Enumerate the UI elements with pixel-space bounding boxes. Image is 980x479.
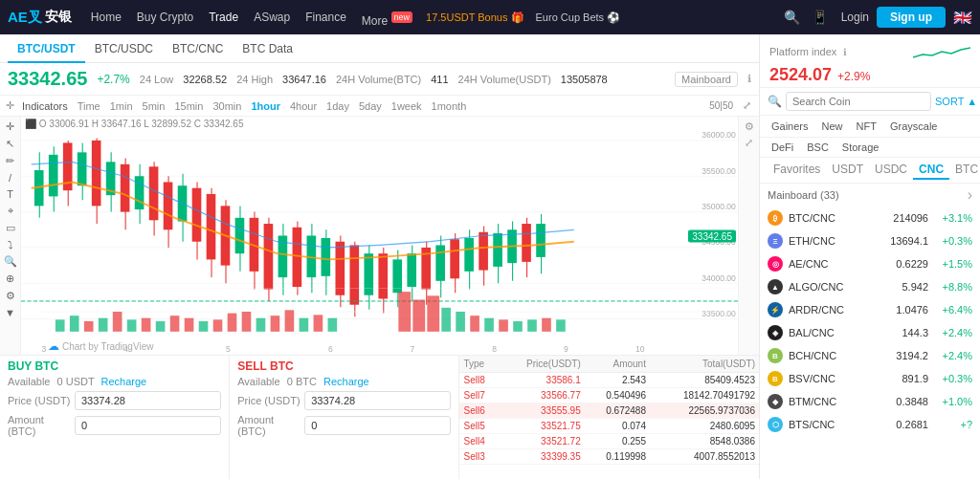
phone-button[interactable]: 📱: [806, 10, 834, 25]
sell-amount-input[interactable]: [304, 416, 451, 435]
nav-buy-crypto[interactable]: Buy Crypto: [129, 0, 201, 34]
nav-finance[interactable]: Finance: [298, 0, 354, 34]
filter-storage[interactable]: Storage: [836, 140, 885, 155]
tab-btc-data[interactable]: BTC Data: [233, 34, 302, 63]
tab-btc-cnc[interactable]: BTC/CNC: [163, 34, 233, 63]
coin-item[interactable]: ◆ BTM/CNC 0.3848 +1.0%: [760, 390, 980, 413]
buy-price-input[interactable]: [75, 391, 221, 410]
platform-info-icon[interactable]: ℹ: [843, 47, 847, 57]
coin-tab-favorites[interactable]: Favorites: [768, 161, 826, 180]
tool-crosshair[interactable]: ✛: [6, 120, 14, 133]
tool-zoom[interactable]: 🔍: [4, 255, 17, 268]
buy-available-value: 0 USDT: [57, 376, 95, 387]
logo[interactable]: AE叉 安银: [8, 9, 72, 27]
nav-more[interactable]: More new: [354, 0, 420, 34]
tool-measure[interactable]: ⌖: [8, 205, 13, 217]
market-header-more[interactable]: ›: [968, 186, 972, 204]
buy-amount-input[interactable]: [75, 416, 221, 435]
toolbar-1hour[interactable]: 1hour: [247, 100, 284, 112]
current-price-label: 33342.65: [688, 229, 736, 242]
svg-rect-105: [170, 316, 180, 332]
buy-amount-label: Amount (BTC): [8, 414, 75, 437]
buy-available-label: Available: [8, 376, 50, 387]
coin-tab-cnc[interactable]: CNC: [913, 161, 949, 180]
sell-recharge-link[interactable]: Recharge: [323, 376, 369, 387]
coin-item[interactable]: B BSV/CNC 891.9 +0.3%: [760, 367, 980, 390]
filter-grayscale[interactable]: Grayscale: [884, 119, 944, 134]
filter-gainers[interactable]: Gainers: [766, 119, 814, 134]
tool-text[interactable]: T: [7, 188, 13, 200]
svg-rect-103: [142, 318, 151, 332]
toolbar-30min[interactable]: 30min: [209, 100, 245, 112]
tab-btc-usdc[interactable]: BTC/USDC: [85, 34, 163, 63]
coin-item[interactable]: ₿ BTC/CNC 214096 +3.1%: [760, 207, 980, 229]
filter-defi[interactable]: DeFi: [766, 140, 799, 155]
search-coin-input[interactable]: [786, 92, 931, 111]
toolbar-1week[interactable]: 1week: [388, 100, 426, 112]
coin-name: ETH/CNC: [789, 235, 882, 247]
chart-settings-icon[interactable]: ⚙: [745, 120, 754, 133]
tool-scroll[interactable]: ▼: [5, 307, 15, 318]
toolbar-crosshair-icon[interactable]: ✛: [4, 99, 16, 112]
expand-icon[interactable]: ⤢: [739, 99, 755, 112]
cell-price: 33399.35: [500, 449, 585, 465]
chart-main: ✛ ↖ ✏ / T ⌖ ▭ ⤵ 🔍 ⊕ ⚙ ▼ ⬛ O 33006.91 H 3…: [0, 117, 759, 355]
toolbar-5min[interactable]: 5min: [139, 100, 169, 112]
signup-button[interactable]: Sign up: [877, 7, 946, 28]
coin-change: +1.5%: [934, 258, 972, 270]
platform-price: 2524.07: [769, 65, 832, 85]
toolbar-1min[interactable]: 1min: [106, 100, 137, 112]
tab-btc-usdt[interactable]: BTC/USDT: [8, 34, 85, 63]
tool-magnet[interactable]: ⊕: [6, 272, 14, 285]
coin-tab-usdc[interactable]: USDC: [869, 161, 913, 180]
search-button[interactable]: 🔍: [778, 10, 806, 25]
svg-rect-29: [149, 166, 159, 220]
tool-cursor[interactable]: ↖: [6, 138, 14, 150]
toolbar-indicators[interactable]: Indicators: [18, 100, 72, 112]
coin-item[interactable]: ⬡ BTS/CNC 0.2681 +?: [760, 413, 980, 436]
tool-box[interactable]: ▭: [6, 222, 15, 234]
tool-line[interactable]: /: [9, 172, 11, 184]
nav-home[interactable]: Home: [83, 0, 129, 34]
chart-canvas[interactable]: ⬛ O 33006.91 H 33647.16 L 32899.52 C 333…: [21, 117, 738, 355]
toolbar-5day[interactable]: 5day: [355, 100, 386, 112]
filter-nft[interactable]: NFT: [851, 119, 882, 134]
sell-available-label: Available: [237, 376, 279, 387]
coin-item[interactable]: Ξ ETH/CNC 13694.1 +0.3%: [760, 229, 980, 252]
sell-price-input[interactable]: [304, 391, 451, 410]
coin-change: +0.3%: [934, 235, 972, 247]
coin-change: +2.4%: [934, 350, 972, 361]
coin-tab-usdt[interactable]: USDT: [826, 161, 869, 180]
toolbar-1day[interactable]: 1day: [323, 100, 353, 112]
cell-total: 18142.70491792: [650, 388, 759, 403]
sort-button[interactable]: SORT ▲: [935, 96, 977, 107]
filter-new[interactable]: New: [816, 119, 849, 134]
buy-recharge-link[interactable]: Recharge: [101, 376, 147, 387]
coin-item[interactable]: ⚡ ARDR/CNC 1.0476 +6.4%: [760, 298, 980, 321]
nav-trade[interactable]: Trade: [201, 0, 246, 34]
info-icon[interactable]: ℹ: [747, 73, 751, 85]
nav-bonus[interactable]: 17.5USDT Bonus 🎁: [420, 0, 529, 34]
coin-item[interactable]: ▲ ALGO/CNC 5.942 +8.8%: [760, 275, 980, 298]
tool-settings[interactable]: ⚙: [6, 290, 15, 302]
chart-fullscreen-icon[interactable]: ⤢: [745, 137, 753, 149]
toolbar-50-50[interactable]: 50|50: [705, 100, 737, 111]
buy-amount-row: Amount (BTC): [8, 414, 221, 437]
filter-bsc[interactable]: BSC: [801, 140, 835, 155]
svg-text:36000.00: 36000.00: [702, 130, 736, 141]
nav-euro-cup[interactable]: Euro Cup Bets ⚽: [530, 0, 627, 34]
coin-item[interactable]: B BCH/CNC 3194.2 +2.4%: [760, 344, 980, 367]
toolbar-15min[interactable]: 15min: [170, 100, 207, 112]
tool-pencil[interactable]: ✏: [6, 155, 14, 167]
toolbar-1month[interactable]: 1month: [428, 100, 471, 112]
login-button[interactable]: Login: [834, 11, 877, 24]
tool-trend[interactable]: ⤵: [8, 239, 13, 250]
toolbar-4hour[interactable]: 4hour: [286, 100, 321, 112]
market-header: Mainboard (33) ›: [760, 184, 980, 207]
coin-tab-btc[interactable]: BTC: [949, 161, 980, 180]
coin-item[interactable]: ◎ AE/CNC 0.6229 +1.5%: [760, 252, 980, 275]
nav-aswap[interactable]: ASwap: [246, 0, 298, 34]
language-flag[interactable]: 🇬🇧: [953, 9, 972, 27]
toolbar-time[interactable]: Time: [74, 100, 104, 112]
coin-item[interactable]: ◈ BAL/CNC 144.3 +2.4%: [760, 321, 980, 344]
